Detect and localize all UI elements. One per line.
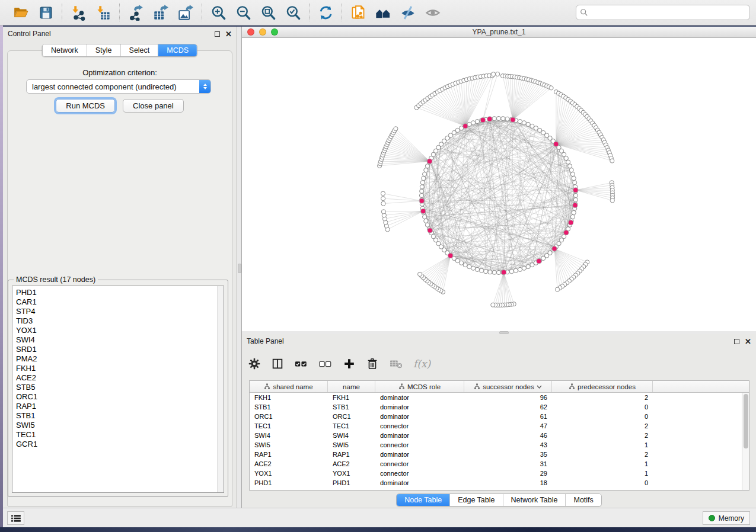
graph-node[interactable] <box>420 189 424 193</box>
run-mcds-button[interactable]: Run MCDS <box>56 99 115 113</box>
table-row[interactable]: ORC1ORC1dominator610 <box>250 412 742 421</box>
zoom-fit-button[interactable] <box>258 3 278 22</box>
float-panel-icon[interactable] <box>215 31 220 37</box>
graph-node[interactable] <box>419 193 423 197</box>
import-table-button[interactable] <box>93 3 113 22</box>
graph-mcds-node[interactable] <box>554 142 559 146</box>
graph-mcds-node[interactable] <box>537 259 541 264</box>
close-panel-icon[interactable]: ✕ <box>745 339 751 344</box>
tab-network-table[interactable]: Network Table <box>503 494 566 506</box>
graph-node[interactable] <box>394 127 398 131</box>
deselect-all-columns-button[interactable] <box>318 357 333 370</box>
export-network-button[interactable] <box>126 3 146 22</box>
tab-edge-table[interactable]: Edge Table <box>450 494 503 506</box>
graph-node[interactable] <box>484 270 488 274</box>
search-field[interactable] <box>576 5 750 20</box>
close-panel-icon[interactable]: ✕ <box>225 31 232 37</box>
zoom-out-button[interactable] <box>233 3 253 22</box>
graph-mcds-node[interactable] <box>421 209 426 213</box>
graph-node[interactable] <box>424 168 428 172</box>
column-header-predecessor-nodes[interactable]: predecessor nodes <box>552 381 653 392</box>
table-row[interactable]: YOX1YOX1connector291 <box>250 469 742 478</box>
task-history-button[interactable] <box>7 511 24 525</box>
memory-button[interactable]: Memory <box>703 511 750 525</box>
graph-node[interactable] <box>522 266 526 270</box>
graph-node[interactable] <box>381 201 385 206</box>
graph-node[interactable] <box>467 265 471 269</box>
list-item[interactable]: PMA2 <box>16 354 224 364</box>
list-item[interactable]: CAR1 <box>16 297 224 307</box>
table-row[interactable]: SWI5SWI5connector431 <box>250 440 742 450</box>
graph-node[interactable] <box>422 177 426 181</box>
graph-node[interactable] <box>568 164 572 168</box>
graph-node[interactable] <box>423 172 427 176</box>
graph-node[interactable] <box>496 270 500 274</box>
table-scrollbar[interactable] <box>742 393 749 490</box>
tab-network[interactable]: Network <box>43 44 87 56</box>
mcds-result-list[interactable]: PHD1CAR1STP4TID3YOX1SWI4SRD1PMA2FKH1ACE2… <box>12 286 224 493</box>
graph-mcds-node[interactable] <box>552 246 557 251</box>
graph-node[interactable] <box>573 181 577 185</box>
graph-node[interactable] <box>522 121 526 125</box>
graph-node[interactable] <box>420 181 425 185</box>
list-item[interactable]: SWI5 <box>16 421 224 430</box>
table-row[interactable]: ACE2ACE2connector311 <box>250 459 742 469</box>
column-header-shared-name[interactable]: shared name <box>250 381 328 392</box>
column-header-name[interactable]: name <box>328 381 375 392</box>
graph-node[interactable] <box>475 120 479 124</box>
list-item[interactable]: GCR1 <box>16 440 224 449</box>
open-file-button[interactable] <box>11 3 31 22</box>
graph-mcds-node[interactable] <box>419 198 424 203</box>
graph-node[interactable] <box>530 124 534 128</box>
graph-node[interactable] <box>572 210 576 214</box>
graph-node[interactable] <box>518 267 522 271</box>
graph-mcds-node[interactable] <box>487 117 492 121</box>
list-item[interactable]: YOX1 <box>16 326 224 335</box>
list-item[interactable]: STB5 <box>16 383 224 392</box>
network-canvas[interactable] <box>242 38 756 331</box>
graph-mcds-node[interactable] <box>564 230 569 235</box>
graph-node[interactable] <box>570 172 575 176</box>
float-panel-icon[interactable] <box>734 339 739 344</box>
graph-node[interactable] <box>610 159 614 163</box>
splitter-grip[interactable] <box>238 264 241 273</box>
graph-node[interactable] <box>501 117 505 121</box>
graph-node[interactable] <box>475 267 479 271</box>
table-row[interactable]: STB1STB1dominator620 <box>250 402 742 412</box>
list-item[interactable]: TEC1 <box>16 430 224 440</box>
graph-node[interactable] <box>420 185 424 189</box>
list-item[interactable]: STP4 <box>16 307 224 316</box>
graph-node[interactable] <box>418 272 422 276</box>
clone-network-button[interactable] <box>348 3 368 22</box>
graph-node[interactable] <box>381 191 385 196</box>
graph-mcds-node[interactable] <box>573 188 578 193</box>
graph-node[interactable] <box>480 268 484 273</box>
tab-style[interactable]: Style <box>87 44 121 56</box>
network-graph[interactable] <box>242 38 756 331</box>
graph-node[interactable] <box>471 121 476 125</box>
vertical-splitter[interactable] <box>237 27 242 508</box>
tab-select[interactable]: Select <box>121 44 159 56</box>
create-column-button[interactable] <box>343 357 356 370</box>
table-settings-button[interactable] <box>248 357 261 370</box>
graph-node[interactable] <box>492 117 496 121</box>
graph-node[interactable] <box>424 219 428 223</box>
graph-node[interactable] <box>556 287 560 291</box>
graph-node[interactable] <box>570 214 575 219</box>
graph-mcds-node[interactable] <box>480 118 485 123</box>
graph-mcds-node[interactable] <box>463 124 468 129</box>
graph-node[interactable] <box>518 120 522 124</box>
list-item[interactable]: PHD1 <box>16 288 224 297</box>
close-panel-button[interactable]: Close panel <box>123 99 184 113</box>
graph-node[interactable] <box>423 214 427 219</box>
list-item[interactable]: ORC1 <box>16 392 224 402</box>
first-neighbors-button[interactable] <box>373 3 393 22</box>
graph-node[interactable] <box>566 160 570 164</box>
show-column-panel-button[interactable] <box>271 357 284 370</box>
graph-node[interactable] <box>564 156 568 161</box>
graph-node[interactable] <box>463 263 467 267</box>
graph-node[interactable] <box>513 268 518 273</box>
import-network-button[interactable] <box>68 3 88 22</box>
graph-node[interactable] <box>509 270 513 274</box>
table-row[interactable]: PHD1PHD1dominator180 <box>250 478 742 488</box>
